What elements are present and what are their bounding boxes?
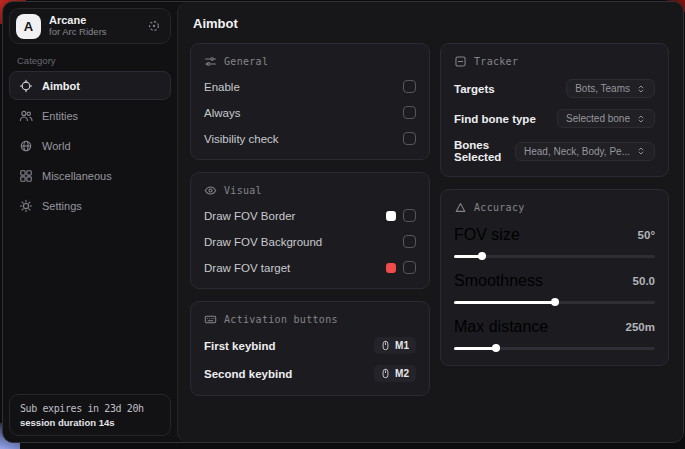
slider-thumb[interactable] [478, 252, 486, 260]
sidebar-item-label: Miscellaneous [42, 170, 112, 182]
sidebar: A Arcane for Arc Riders Category [3, 2, 177, 442]
fov-size-value: 50° [638, 229, 655, 241]
card-title: Visual [224, 185, 262, 196]
crosshair-icon [19, 79, 33, 93]
sliders-icon [204, 55, 217, 68]
setting-label: FOV size [454, 226, 520, 244]
setting-row-bones-selected: Bones Selected Head, Neck, Body, Pe... [454, 139, 655, 163]
slider-thumb[interactable] [551, 298, 559, 306]
sidebar-item-entities[interactable]: Entities [9, 101, 171, 130]
sidebar-item-label: World [42, 140, 71, 152]
visibility-check-checkbox[interactable] [403, 132, 416, 145]
keybind-value: M2 [395, 368, 409, 379]
app-subtitle: for Arc Riders [49, 27, 107, 38]
mouse-icon [381, 368, 390, 379]
setting-group-max-distance: Max distance 250m [454, 318, 655, 352]
card-title: Accuracy [474, 202, 525, 213]
setting-row-targets: Targets Bots, Teams [454, 79, 655, 98]
app-meta: Arcane for Arc Riders [49, 14, 107, 38]
first-keybind-button[interactable]: M1 [374, 337, 416, 354]
smoothness-slider[interactable] [454, 298, 655, 306]
mouse-icon [381, 340, 390, 351]
subscription-expiry: Sub expires in 23d 20h [20, 403, 160, 414]
card-title: Tracker [474, 56, 518, 67]
fov-size-slider[interactable] [454, 252, 655, 260]
app-logo: A [16, 14, 41, 39]
setting-row-find-bone-type: Find bone type Selected bone [454, 109, 655, 128]
activation-card-header: Activation buttons [204, 313, 416, 326]
fov-target-color-swatch[interactable] [386, 263, 396, 273]
slider-track [454, 255, 655, 258]
second-keybind-button[interactable]: M2 [374, 365, 416, 382]
setting-label: Max distance [454, 318, 548, 336]
sidebar-item-world[interactable]: World [9, 131, 171, 160]
chevrons-up-down-icon [636, 146, 646, 156]
draw-fov-background-checkbox[interactable] [403, 235, 416, 248]
select-value: Selected bone [566, 113, 630, 124]
slider-track [454, 301, 655, 304]
setting-label: Always [204, 107, 240, 119]
setting-label: Draw FOV target [204, 262, 290, 274]
sidebar-item-aimbot[interactable]: Aimbot [9, 71, 171, 100]
select-value: Head, Neck, Body, Pe... [524, 146, 630, 157]
max-distance-slider[interactable] [454, 344, 655, 352]
grid-icon [19, 169, 33, 183]
enable-checkbox[interactable] [403, 80, 416, 93]
slider-fill [454, 347, 496, 350]
app-window: A Arcane for Arc Riders Category [2, 1, 684, 443]
setting-label: First keybind [204, 340, 276, 352]
slider-fill [454, 301, 555, 304]
draw-fov-border-checkbox[interactable] [403, 209, 416, 222]
slider-track [454, 347, 655, 350]
targets-select[interactable]: Bots, Teams [566, 79, 655, 98]
app-name: Arcane [49, 14, 107, 27]
sidebar-item-label: Settings [42, 200, 82, 212]
bones-selected-select[interactable]: Head, Neck, Body, Pe... [515, 142, 655, 161]
slider-thumb[interactable] [492, 344, 500, 352]
always-checkbox[interactable] [403, 106, 416, 119]
setting-label: Smoothness [454, 272, 543, 290]
keyboard-icon [204, 313, 217, 326]
setting-row-second-keybind: Second keybind M2 [204, 365, 416, 382]
setting-label: Find bone type [454, 113, 536, 125]
sidebar-item-label: Aimbot [42, 80, 80, 92]
gear-icon [19, 199, 33, 213]
card-title: Activation buttons [224, 314, 338, 325]
fov-border-color-swatch[interactable] [386, 211, 396, 221]
draw-fov-target-checkbox[interactable] [403, 261, 416, 274]
setting-label: Bones Selected [454, 139, 515, 163]
setting-row-enable: Enable [204, 79, 416, 94]
setting-row-draw-fov-border: Draw FOV Border [204, 208, 416, 223]
activation-card: Activation buttons First keybind M1 [190, 301, 430, 396]
accuracy-card-header: Accuracy [454, 201, 655, 214]
max-distance-value: 250m [626, 321, 655, 333]
slider-fill [454, 255, 482, 258]
subscription-card: Sub expires in 23d 20h session duration … [9, 394, 171, 436]
session-duration: session duration 14s [20, 417, 160, 428]
setting-label: Enable [204, 81, 240, 93]
find-bone-type-select[interactable]: Selected bone [557, 109, 655, 128]
setting-label: Draw FOV Border [204, 210, 295, 222]
app-header-card: A Arcane for Arc Riders [9, 8, 171, 44]
general-card-header: General [204, 55, 416, 68]
chevrons-up-down-icon [636, 114, 646, 124]
setting-label: Draw FOV Background [204, 236, 322, 248]
setting-row-visibility-check: Visibility check [204, 131, 416, 146]
sidebar-item-settings[interactable]: Settings [9, 191, 171, 220]
globe-icon [19, 139, 33, 153]
tracker-card: Tracker Targets Bots, Teams [440, 43, 669, 177]
sidebar-item-label: Entities [42, 110, 78, 122]
main-panel: Aimbot General Enable [177, 2, 683, 442]
visual-card: Visual Draw FOV Border Draw FOV Backgrou… [190, 172, 430, 289]
users-icon [19, 109, 33, 123]
setting-row-always: Always [204, 105, 416, 120]
setting-group-fov-size: FOV size 50° [454, 226, 655, 260]
select-value: Bots, Teams [575, 83, 630, 94]
refresh-icon[interactable] [147, 19, 161, 33]
sidebar-item-miscellaneous[interactable]: Miscellaneous [9, 161, 171, 190]
setting-label: Second keybind [204, 368, 292, 380]
tracker-card-header: Tracker [454, 55, 655, 68]
setting-row-draw-fov-background: Draw FOV Background [204, 234, 416, 249]
sidebar-nav: Aimbot Entities World [9, 71, 171, 220]
smoothness-value: 50.0 [633, 275, 655, 287]
